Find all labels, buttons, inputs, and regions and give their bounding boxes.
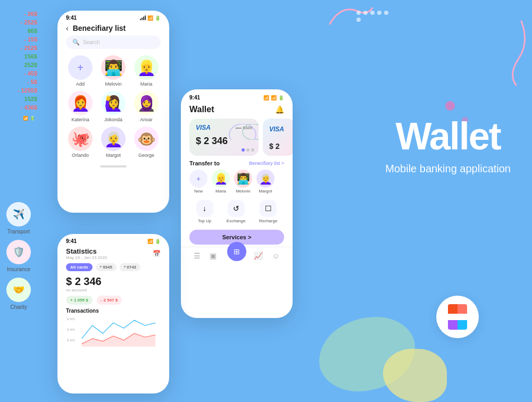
tx-item: - 15$: [24, 36, 37, 43]
avatar-margot-label: Margot: [106, 153, 121, 158]
transactions-title: Transactions: [66, 308, 161, 314]
avatar-jokonda-img: 🙋‍♀️: [101, 91, 126, 115]
avatar-george-label: George: [138, 153, 154, 158]
transactions-section: Transactions $ 500 $ 400 $ 300: [57, 307, 169, 348]
tx-item: 86$: [28, 28, 37, 34]
transaction-list: - 26$ - 252$ 86$ - 15$ - 252$ 156$ 252$ …: [3, 11, 40, 111]
tx-item: 252$: [24, 62, 37, 68]
search-placeholder: Search: [83, 39, 100, 45]
figma-square-4: [458, 320, 467, 330]
filter-card-0743[interactable]: * 0743: [120, 263, 140, 271]
svg-text:$ 300: $ 300: [67, 339, 76, 342]
visa-logo-2: VISA: [269, 125, 284, 133]
phone2-time: 9:41: [189, 95, 200, 100]
income-pill: + 1 055 $: [66, 296, 93, 305]
avatar-anvar-img: 🧕: [134, 91, 159, 115]
decorative-pink-circle: [445, 101, 455, 111]
transfer-melovin[interactable]: 👨‍💻 Melovin: [234, 170, 252, 194]
avatar-melovin-label: Melovin: [105, 81, 121, 87]
avatar-katerina[interactable]: 👩‍🦰 Katerina: [66, 91, 95, 122]
transfer-margot[interactable]: 👩‍🦳 Margot: [256, 170, 275, 194]
left-sidebar: - 26$ - 252$ 86$ - 15$ - 252$ 156$ 252$ …: [0, 0, 43, 402]
stats-title: Statistics: [66, 247, 107, 255]
action-topup[interactable]: ↓ Top Up: [196, 200, 213, 223]
right-content: Wallet Mobile banking application: [385, 117, 511, 175]
filter-all-cards[interactable]: All cards: [66, 263, 93, 271]
transfer-margot-avatar: 👩‍🦳: [256, 170, 275, 188]
recharge-label: Recharge: [259, 219, 278, 223]
tx-item: - 26$: [24, 11, 37, 17]
avatar-margot[interactable]: 👩‍🦳 Margot: [99, 127, 128, 158]
avatar-margot-img: 👩‍🦳: [101, 127, 126, 151]
avatar-george[interactable]: 🐵 George: [132, 127, 161, 158]
svg-text:$ 500: $ 500: [67, 317, 76, 321]
nav-center-button[interactable]: ⊞: [227, 242, 246, 261]
search-bar[interactable]: 🔍 Search: [66, 36, 161, 49]
filter-row: All cards * 9345 * 0743: [57, 261, 169, 273]
notification-bell-icon[interactable]: 🔔: [275, 105, 284, 114]
stats-amount-value: $ 2 346: [66, 275, 161, 288]
exchange-label: Exchange: [227, 219, 246, 223]
nav-card-icon[interactable]: ▣: [210, 252, 217, 260]
filter-card-9345[interactable]: * 9345: [96, 263, 117, 271]
avatar-orlando[interactable]: 🐙 Orlando: [66, 127, 95, 158]
figma-logo: [436, 296, 479, 338]
avatar-add-label: Add: [76, 81, 85, 87]
nav-menu-icon[interactable]: ☰: [194, 252, 201, 260]
avatar-anvar-label: Anvar: [140, 117, 153, 122]
avatar-anvar[interactable]: 🧕 Anvar: [132, 91, 161, 122]
phone2-header: Wallet 🔔: [181, 104, 293, 119]
svg-marker-5: [82, 333, 155, 347]
beneficiary-list-link[interactable]: Benecifiary list >: [249, 161, 284, 166]
avatar-maria[interactable]: 👱‍♀️ Maria: [132, 55, 161, 87]
figma-icon: [448, 304, 467, 330]
action-exchange[interactable]: ↺ Exchange: [227, 200, 246, 223]
transfer-maria-avatar: 👱‍♀️: [212, 170, 230, 188]
calendar-icon[interactable]: 📅: [153, 250, 161, 257]
stats-title-group: Statistics May 19 - Jan 23 2020: [66, 247, 107, 260]
insurance-icon-circle: 🛡️: [6, 240, 31, 264]
sidebar-item-transport[interactable]: ✈️ Transport: [6, 202, 31, 234]
insurance-label: Insurance: [7, 266, 30, 272]
phone2-status-icons: 📶 📶 🔋: [263, 95, 284, 100]
stats-header: Statistics May 19 - Jan 23 2020 📅: [57, 246, 169, 261]
figma-square-1: [448, 304, 458, 314]
avatar-katerina-label: Katerina: [71, 117, 89, 122]
tx-item: - 436$: [21, 104, 37, 111]
tx-item: - 5$: [27, 79, 37, 85]
card-container: VISA •••• 9345 $ 2 346 VISA $ 2: [181, 119, 293, 156]
action-recharge[interactable]: ☐ Recharge: [259, 200, 278, 223]
tx-item: 152$: [24, 96, 37, 102]
avatar-add[interactable]: + Add: [66, 55, 95, 87]
phone3-status-icons: 📶 🔋: [147, 239, 161, 244]
mobile-banking-subtitle: Mobile banking application: [385, 162, 511, 175]
tx-item: - 252$: [21, 45, 37, 51]
svg-text:$ 400: $ 400: [67, 328, 76, 331]
visa-card-primary[interactable]: VISA •••• 9345 $ 2 346: [189, 119, 259, 156]
avatar-jokonda[interactable]: 🙋‍♀️ Jokonda: [99, 91, 128, 122]
nav-chart-icon[interactable]: 📈: [254, 252, 263, 260]
bottom-nav: ☰ ▣ 📈 ☺ ⊞: [181, 247, 293, 263]
nav-profile-icon[interactable]: ☺: [272, 252, 279, 260]
avatar-maria-img: 👱‍♀️: [134, 55, 159, 80]
avatar-grid: + Add 👨‍💻 Melovin 👱‍♀️ Maria 👩‍🦰 Katerin…: [57, 53, 169, 160]
nav-center-icon: ⊞: [234, 247, 240, 256]
transport-label: Transport: [7, 229, 30, 234]
avatar-george-img: 🐵: [134, 127, 159, 151]
avatar-melovin[interactable]: 👨‍💻 Melovin: [99, 55, 128, 87]
avatar-orlando-img: 🐙: [68, 127, 93, 151]
transfer-new[interactable]: + New: [189, 170, 207, 194]
stats-amount-section: $ 2 346 on account: [57, 273, 169, 294]
transfer-maria[interactable]: 👱‍♀️ Maria: [212, 170, 230, 194]
transport-icon-circle: ✈️: [6, 202, 31, 227]
phone-statistics: 9:41 📶 🔋 Statistics May 19 - Jan 23 2020…: [57, 234, 169, 393]
phone1-time: 9:41: [66, 15, 77, 21]
tx-item: - 1255$: [18, 87, 37, 94]
sidebar-item-insurance[interactable]: 🛡️ Insurance: [6, 240, 31, 272]
sidebar-nav: ✈️ Transport 🛡️ Insurance 🤝 Charity: [0, 202, 37, 310]
back-arrow-icon[interactable]: ‹: [66, 24, 69, 32]
sidebar-item-charity[interactable]: 🤝 Charity: [6, 278, 31, 310]
stats-date: May 19 - Jan 23 2020: [66, 255, 107, 260]
visa-logo: VISA: [196, 124, 211, 131]
visa-card-secondary[interactable]: VISA $ 2: [263, 119, 293, 156]
